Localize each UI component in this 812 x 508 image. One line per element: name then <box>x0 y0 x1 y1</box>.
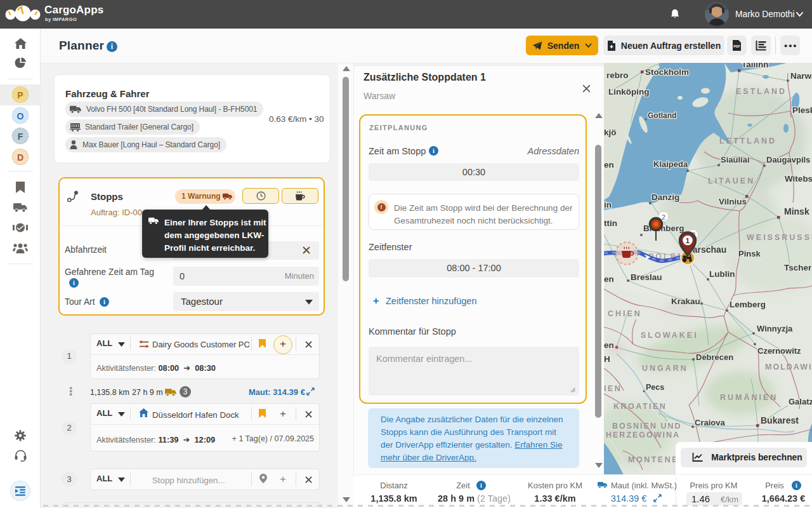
svg-text:HERZEGOWINA: HERZEGOWINA <box>606 431 680 439</box>
svg-text:Czernowitz: Czernowitz <box>757 346 801 356</box>
svg-text:UNGARN: UNGARN <box>642 364 688 373</box>
svg-text:Krakau: Krakau <box>671 297 700 306</box>
svg-text:Siauliai: Siauliai <box>721 155 750 164</box>
svg-text:Tscher: Tscher <box>784 263 812 272</box>
svg-text:Pinsk: Pinsk <box>738 249 761 258</box>
svg-text:Narwa: Narwa <box>790 71 812 81</box>
svg-text:LITAUEN: LITAUEN <box>708 177 755 185</box>
svg-text:en: en <box>604 160 614 170</box>
svg-text:Craiova: Craiova <box>695 418 725 427</box>
svg-text:BOSNIEN UND: BOSNIEN UND <box>612 422 682 431</box>
svg-text:Linköping: Linköping <box>608 87 650 97</box>
svg-text:Stockholm: Stockholm <box>645 67 689 77</box>
svg-text:rebro: rebro <box>606 70 629 80</box>
svg-text:IEN: IEN <box>604 384 622 393</box>
svg-text:H: H <box>604 354 610 364</box>
svg-text:1: 1 <box>686 237 690 244</box>
svg-text:Vilnius: Vilnius <box>719 197 747 206</box>
svg-text:en: en <box>604 340 614 350</box>
svg-text:Gotland: Gotland <box>648 111 676 120</box>
svg-text:Lublin: Lublin <box>709 269 735 279</box>
svg-text:en: en <box>604 274 614 284</box>
svg-text:in: in <box>604 200 612 210</box>
svg-text:Tallinn: Tallinn <box>742 63 769 69</box>
svg-text:Winnyzja: Winnyzja <box>757 324 793 333</box>
svg-text:Minsk: Minsk <box>784 206 809 217</box>
svg-text:kjö: kjö <box>604 128 617 137</box>
svg-text:Bukarest: Bukarest <box>761 415 799 425</box>
svg-text:LETTLAND: LETTLAND <box>719 137 776 145</box>
svg-text:ESTLAND: ESTLAND <box>736 87 787 96</box>
svg-text:Plesk: Plesk <box>792 105 812 115</box>
svg-text:KROATIEN: KROATIEN <box>613 402 667 411</box>
svg-text:Breslau: Breslau <box>631 272 662 282</box>
svg-text:CHIEN: CHIEN <box>608 309 642 318</box>
svg-text:2: 2 <box>662 213 665 221</box>
svg-text:Debrecen: Debrecen <box>696 352 733 362</box>
svg-text:Lemberg: Lemberg <box>730 300 766 309</box>
svg-text:PDF: PDF <box>733 44 740 48</box>
svg-text:ttin: ttin <box>604 218 617 228</box>
svg-text:WEISSRUSSLAND: WEISSRUSSLAND <box>747 233 812 242</box>
svg-text:Klaipeda: Klaipeda <box>653 159 688 169</box>
svg-text:Daugavpils: Daugavpils <box>766 155 810 164</box>
svg-text:Danzig: Danzig <box>652 192 679 202</box>
svg-text:MOLDAWIE: MOLDAWIE <box>765 363 812 371</box>
svg-text:Galatz: Galatz <box>789 397 812 406</box>
svg-text:Witebs: Witebs <box>785 174 812 184</box>
svg-text:RUMÄNIEN: RUMÄNIEN <box>720 392 778 402</box>
svg-text:SLOWAKEI: SLOWAKEI <box>641 331 698 340</box>
svg-text:Pecs: Pecs <box>646 383 664 392</box>
